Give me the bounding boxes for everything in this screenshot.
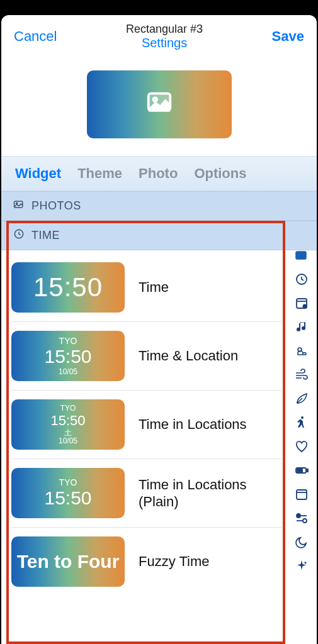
svg-rect-14 — [297, 490, 307, 499]
rail-clock-icon[interactable] — [293, 271, 310, 287]
time-item-fuzzy[interactable]: Ten to Four Fuzzy Time — [11, 528, 281, 596]
header-bar: Cancel Rectangular #3 Settings Save — [1, 15, 317, 55]
rail-leaf-icon[interactable] — [293, 391, 310, 407]
page-subtitle: Settings — [57, 36, 271, 50]
tab-widget[interactable]: Widget — [15, 165, 61, 182]
time-item-time-locations-plain[interactable]: TYO 15:50 Time in Locations (Plain) — [11, 459, 281, 528]
svg-rect-12 — [307, 469, 308, 472]
svg-point-1 — [153, 97, 157, 101]
image-icon — [142, 89, 177, 120]
tabs: Widget Theme Photo Options — [1, 156, 317, 191]
svg-point-8 — [304, 305, 307, 308]
svg-rect-5 — [296, 252, 306, 259]
time-item-label: Time in Locations (Plain) — [139, 476, 281, 511]
category-rail — [290, 247, 313, 644]
cancel-button[interactable]: Cancel — [14, 28, 57, 45]
section-photos[interactable]: PHOTOS — [1, 191, 317, 221]
time-item-label: Time & Location — [139, 347, 238, 365]
time-item-time-location[interactable]: TYO 15:50 10/05 Time & Location — [11, 322, 281, 391]
rail-music-icon[interactable] — [293, 319, 310, 335]
widget-preview[interactable] — [87, 70, 232, 138]
photos-icon — [13, 198, 25, 214]
rail-moon-icon[interactable] — [293, 534, 310, 550]
page-title: Rectangular #3 — [57, 23, 271, 36]
time-thumb: TYO 15:50 土 10/05 — [11, 399, 125, 450]
rail-battery-icon[interactable] — [293, 462, 310, 479]
rail-weather-icon[interactable] — [293, 343, 310, 359]
time-thumb: Ten to Four — [11, 536, 125, 587]
section-photos-label: PHOTOS — [31, 199, 81, 213]
tab-theme[interactable]: Theme — [77, 165, 122, 182]
rail-activity-icon[interactable] — [293, 414, 310, 431]
svg-point-15 — [297, 514, 300, 518]
tab-options[interactable]: Options — [194, 165, 246, 182]
svg-point-16 — [303, 519, 307, 523]
time-item-label: Time in Locations — [139, 416, 247, 433]
svg-point-10 — [301, 416, 304, 419]
time-thumb: TYO 15:50 — [11, 468, 125, 518]
time-item-time[interactable]: 15:50 Time — [11, 253, 281, 322]
rail-heart-icon[interactable] — [293, 438, 310, 455]
time-item-label: Time — [139, 279, 169, 296]
rail-calendar2-icon[interactable] — [293, 486, 310, 502]
time-thumb: TYO 15:50 10/05 — [11, 331, 125, 381]
rail-sparkle-icon[interactable] — [293, 558, 310, 574]
svg-rect-13 — [297, 469, 302, 472]
time-item-time-locations[interactable]: TYO 15:50 土 10/05 Time in Locations — [11, 391, 281, 459]
time-item-label: Fuzzy Time — [139, 553, 209, 570]
save-button[interactable]: Save — [272, 28, 304, 45]
rail-photos-icon[interactable] — [293, 247, 310, 264]
time-thumb: 15:50 — [11, 262, 125, 313]
rail-toggle-icon[interactable] — [293, 510, 310, 526]
rail-calendar-icon[interactable] — [293, 295, 310, 311]
tab-photo[interactable]: Photo — [139, 165, 178, 182]
rail-wind-icon[interactable] — [293, 367, 310, 383]
